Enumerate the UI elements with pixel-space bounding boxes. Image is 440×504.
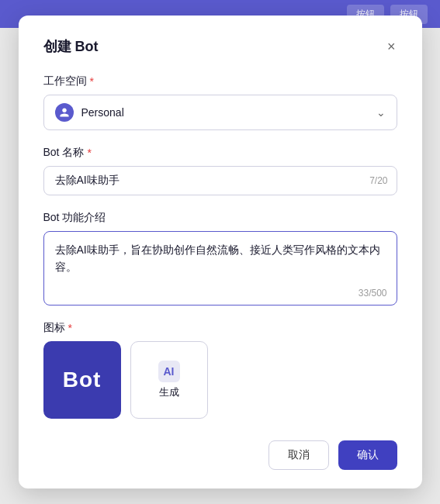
bot-description-input[interactable]: 去除AI味助手，旨在协助创作自然流畅、接近人类写作风格的文本内容。	[44, 232, 397, 302]
bot-name-required: *	[87, 147, 91, 159]
bot-name-input-wrapper: 7/20	[43, 166, 397, 195]
bot-name-label: Bot 名称 *	[43, 146, 397, 160]
icon-row: Bot AI 生成	[43, 341, 397, 419]
cancel-button[interactable]: 取消	[269, 440, 329, 470]
bot-name-input[interactable]	[43, 166, 397, 195]
icon-section: 图标 * Bot AI 生成	[43, 321, 397, 419]
generate-label: 生成	[159, 385, 179, 399]
modal-overlay: 按钮 按钮 创建 Bot × 工作空间 * Personal	[0, 0, 440, 504]
bot-description-wrapper: 去除AI味助手，旨在协助创作自然流畅、接近人类写作风格的文本内容。 33/500	[43, 231, 397, 306]
bot-description-label: Bot 功能介绍	[43, 211, 397, 225]
modal-footer: 取消 确认	[43, 440, 397, 470]
workspace-select-wrapper[interactable]: Personal ⌄	[43, 95, 397, 130]
bot-name-char-count: 7/20	[369, 175, 387, 186]
icon-required: *	[68, 322, 72, 334]
generate-ai-icon: AI	[158, 361, 180, 382]
workspace-required: *	[90, 75, 94, 88]
chevron-down-icon: ⌄	[376, 106, 386, 119]
icon-label: 图标 *	[43, 321, 397, 335]
workspace-group: 工作空间 * Personal ⌄	[43, 74, 397, 130]
workspace-select[interactable]: Personal ⌄	[44, 95, 397, 129]
generate-icon-box[interactable]: AI 生成	[130, 341, 208, 419]
bot-name-group: Bot 名称 * 7/20	[43, 146, 397, 195]
workspace-value: Personal	[81, 106, 376, 119]
workspace-icon	[55, 103, 74, 122]
workspace-label: 工作空间 *	[43, 74, 397, 88]
bot-description-group: Bot 功能介绍 去除AI味助手，旨在协助创作自然流畅、接近人类写作风格的文本内…	[43, 211, 397, 306]
bot-description-char-count: 33/500	[359, 288, 387, 299]
modal-title: 创建 Bot	[43, 37, 99, 56]
close-button[interactable]: ×	[386, 38, 397, 55]
confirm-button[interactable]: 确认	[338, 440, 397, 470]
person-icon	[59, 107, 70, 118]
create-bot-modal: 创建 Bot × 工作空间 * Personal ⌄	[19, 16, 422, 488]
bot-icon-box[interactable]: Bot	[43, 341, 121, 419]
modal-header: 创建 Bot ×	[43, 37, 397, 56]
bot-icon-text: Bot	[63, 368, 102, 392]
